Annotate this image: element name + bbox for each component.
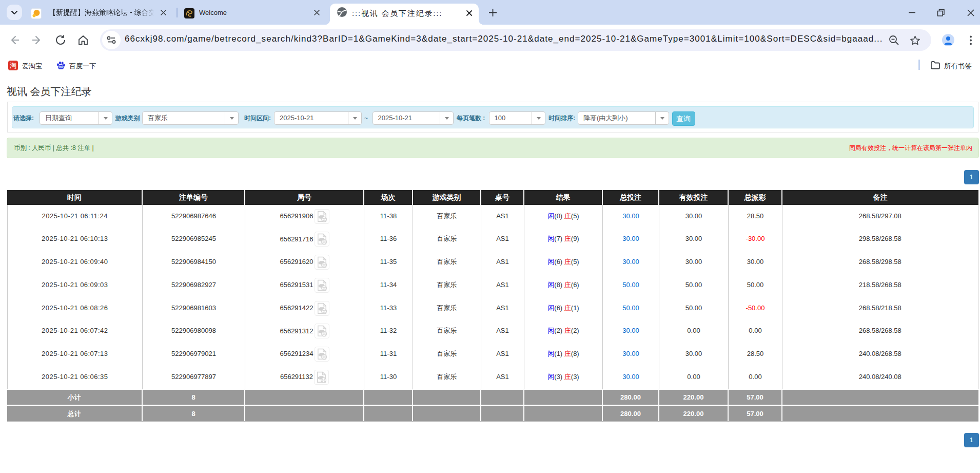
svg-text:du: du (59, 65, 63, 69)
